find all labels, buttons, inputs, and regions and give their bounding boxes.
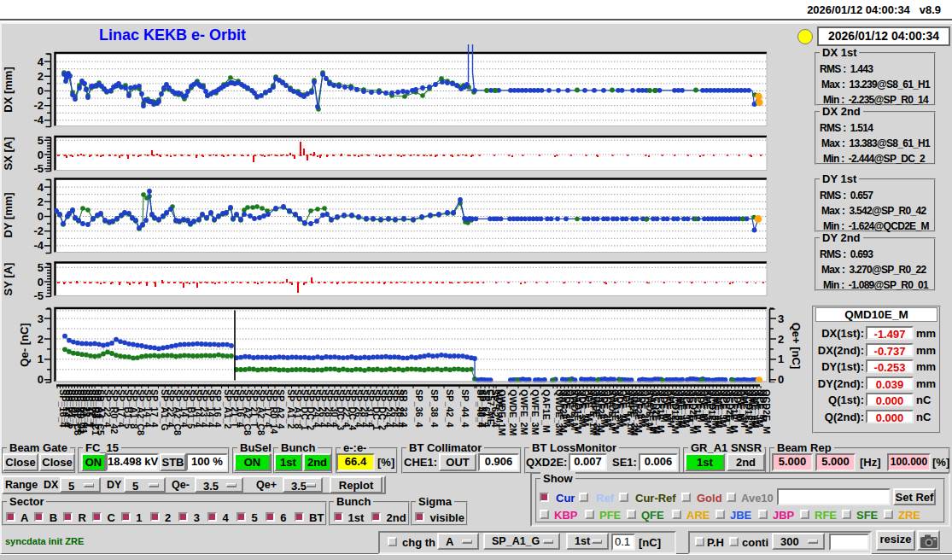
svg-text:-2: -2 bbox=[33, 225, 44, 237]
svg-text:1: 1 bbox=[38, 353, 44, 365]
svg-text:QAF1E_M: QAF1E_M bbox=[541, 389, 552, 433]
svg-text:-5: -5 bbox=[33, 162, 44, 175]
svg-text:QWFE_2M: QWFE_2M bbox=[519, 389, 529, 435]
svg-text:SP_38_4: SP_38_4 bbox=[429, 389, 440, 427]
svg-text:0: 0 bbox=[38, 149, 44, 161]
svg-text:2: 2 bbox=[38, 333, 44, 346]
svg-text:0: 0 bbox=[38, 85, 44, 97]
svg-text:DX [mm]: DX [mm] bbox=[2, 67, 15, 112]
svg-text:1: 1 bbox=[778, 353, 784, 365]
svg-text:SY [A]: SY [A] bbox=[2, 263, 15, 296]
svg-text:0: 0 bbox=[38, 373, 44, 386]
svg-text:SX [A]: SX [A] bbox=[2, 137, 15, 171]
svg-text:SP_A2_4: SP_A2_4 bbox=[276, 389, 286, 429]
svg-text:4: 4 bbox=[38, 55, 44, 68]
svg-text:0: 0 bbox=[778, 373, 784, 386]
svg-text:SP_42_4: SP_42_4 bbox=[445, 389, 455, 427]
svg-text:QWFE_3M: QWFE_3M bbox=[530, 389, 540, 435]
svg-text:5: 5 bbox=[38, 134, 44, 147]
svg-text:DY [mm]: DY [mm] bbox=[2, 192, 15, 237]
svg-text:-4: -4 bbox=[33, 239, 44, 252]
svg-text:2: 2 bbox=[778, 333, 784, 346]
svg-text:0: 0 bbox=[38, 276, 44, 289]
svg-text:SP_36_4: SP_36_4 bbox=[414, 389, 424, 427]
svg-text:5: 5 bbox=[38, 261, 44, 274]
svg-text:Qe+ [nC]: Qe+ [nC] bbox=[790, 323, 803, 370]
svg-text:QWDE_1M: QWDE_1M bbox=[497, 389, 507, 436]
svg-text:QWDE_2M: QWDE_2M bbox=[508, 389, 518, 436]
svg-text:SP_44_4: SP_44_4 bbox=[460, 389, 470, 427]
svg-text:4: 4 bbox=[38, 181, 44, 194]
svg-text:SP_17_4: SP_17_4 bbox=[149, 389, 160, 427]
svg-text:2: 2 bbox=[38, 195, 44, 208]
svg-text:0: 0 bbox=[38, 210, 44, 223]
svg-text:Qe- [nC]: Qe- [nC] bbox=[18, 323, 31, 366]
svg-text:3: 3 bbox=[778, 312, 784, 325]
svg-text:QCD2E_M: QCD2E_M bbox=[762, 389, 772, 434]
svg-text:2: 2 bbox=[38, 70, 44, 83]
svg-text:SP_16_4: SP_16_4 bbox=[213, 389, 223, 427]
svg-text:3: 3 bbox=[38, 312, 44, 325]
svg-text:-2: -2 bbox=[33, 99, 44, 112]
svg-text:SP_32_4: SP_32_4 bbox=[399, 389, 409, 427]
svg-text:-5: -5 bbox=[33, 289, 44, 302]
svg-text:-4: -4 bbox=[33, 114, 44, 126]
